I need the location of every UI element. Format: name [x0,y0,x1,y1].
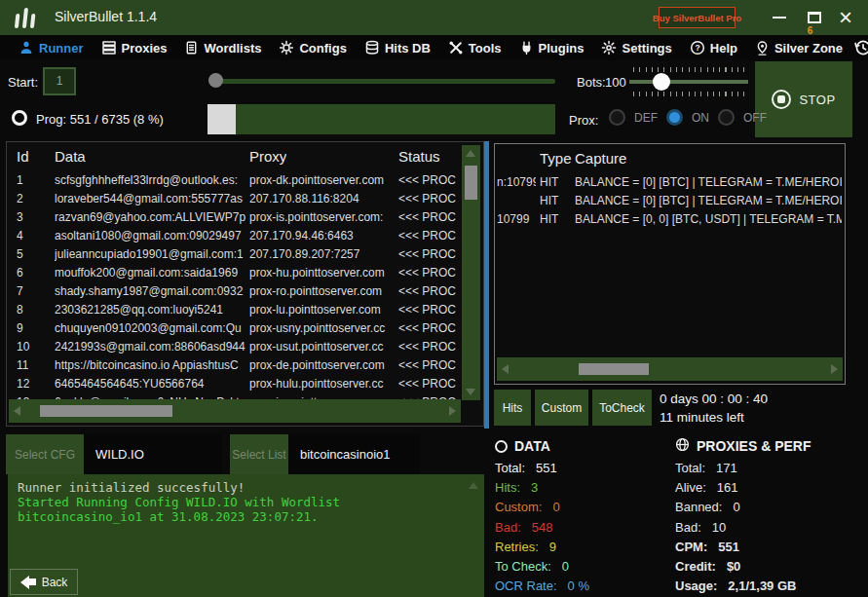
stat-row: Alive:161 [675,477,866,497]
history-icon[interactable] [851,38,868,57]
table-row[interactable]: 9chuquyen09102003@gmail.com:Quprox-usny.… [7,319,463,338]
stat-label: Alive: [675,480,706,495]
back-label: Back [42,576,68,589]
menu-item-tools[interactable]: Tools [439,35,510,60]
stat-label: Bad: [675,520,701,535]
select-cfg-button[interactable]: Select CFG [6,434,84,474]
cell-proxy: 207.170.88.116:8204 [249,192,396,205]
scrollbar-thumb[interactable] [579,363,649,375]
close-button[interactable]: × [832,4,859,31]
hits-horizontal-scrollbar[interactable] [497,357,843,381]
select-list-button[interactable]: Select List [230,434,288,474]
data-stat-rows: Total:551Hits:3Custom:0Bad:548Retries:9T… [495,458,672,596]
minimize-button[interactable] [766,4,793,31]
scroll-up-icon[interactable] [466,150,475,157]
menu-item-hits-db[interactable]: Hits DB [356,35,439,60]
cell-capture: BALANCE = [0] [BTC] | TELEGRAM = T.ME/HE… [575,175,842,189]
cell-id: 9 [17,321,50,335]
column-header-type[interactable]: Type [540,150,572,167]
maximize-button[interactable] [801,4,828,31]
scroll-down-icon[interactable] [466,389,475,395]
tab-custom[interactable]: Custom [535,390,588,426]
cell-status: <<< PROC [398,266,461,280]
menu-item-label: Plugins [539,41,585,56]
scrollbar-thumb[interactable] [40,405,172,417]
cell-proxy: prox-usny.pointtoserver.cc [249,321,396,335]
menu-item-settings[interactable]: Settings [592,35,680,60]
timer-elapsed: 0 days 00 : 00 : 40 [660,392,768,406]
menu-item-proxies[interactable]: Proxies [93,35,176,60]
column-header-status[interactable]: Status [398,148,440,165]
results-horizontal-scrollbar[interactable] [9,399,461,423]
cell-data: loraveber544@gmail.com:555777as [55,192,246,205]
data-icon [495,440,508,453]
table-row[interactable]: 7shady.shamy1987@gmail.com:0932prox-ro.p… [7,282,463,301]
column-header-capture[interactable]: Capture [575,150,626,167]
scrollbar-thumb[interactable] [465,166,477,200]
cell-data: scfsgfghhheffel33lrrdg@outlook.es: [55,173,246,187]
table-row[interactable]: 10799HITBALANCE = [0, 0] [BTC, USDT] | T… [495,210,844,229]
stat-label: OCR Rate: [495,578,557,593]
table-row[interactable]: 11https://bitcoincasino.io AppiashtusCpr… [7,356,463,375]
table-row[interactable]: HITBALANCE = [0] [BTC] | TELEGRAM = T.ME… [495,192,844,210]
menu-item-help[interactable]: ?Help [681,35,746,60]
scroll-left-icon[interactable] [14,406,20,416]
menu-item-runner[interactable]: Runner [10,35,93,60]
column-header-id[interactable]: Id [17,148,29,165]
column-header-proxy[interactable]: Proxy [249,148,286,165]
table-row[interactable]: n:10799HITBALANCE = [0] [BTC] | TELEGRAM… [495,173,844,192]
results-vertical-scrollbar[interactable] [462,145,480,400]
table-row[interactable]: 1scfsgfghhheffel33lrrdg@outlook.es:prox-… [7,171,463,190]
notification-badge: 6 [808,25,813,36]
bots-slider[interactable] [629,67,748,96]
scroll-left-icon[interactable] [502,364,509,374]
maximize-icon [808,12,821,23]
table-row[interactable]: 82303621285@qq.com:luoyi5241prox-lu.poin… [7,301,463,319]
table-row[interactable]: 102421993s@gmail.com:88606asd944prox-usu… [7,338,463,356]
tab-hits[interactable]: Hits [494,390,531,426]
back-button[interactable]: Back [10,569,78,595]
stat-row: Retries:9 [495,537,672,556]
list-value-input[interactable]: bitcoincasinoio1 [288,434,420,474]
stop-button[interactable]: STOP [755,61,852,137]
stat-value: 171 [716,461,737,475]
wordlists-icon [184,40,199,56]
scroll-up-icon[interactable] [469,482,478,489]
menu-item-label: Tools [469,41,502,56]
table-row[interactable]: 3razvan69@yahoo.com:ALLVIEWP7pprox-is.po… [7,208,463,227]
table-row[interactable]: 5julieanncupiado19901@gmail.com:1207.170… [7,245,463,264]
start-slider-thumb[interactable] [208,73,223,88]
scroll-right-icon[interactable] [831,364,838,374]
prox-radio-def[interactable] [609,109,625,126]
progress-text: Prog: 551 / 6735 (8 %) [36,112,164,127]
start-label: Start: [8,75,38,90]
menu-item-label: Proxies [122,41,168,56]
stat-label: Credit: [675,559,716,574]
table-row[interactable]: 126465464564645:YU6566764prox-hulu.point… [7,375,463,393]
prox-radio-label: ON [692,111,709,125]
cell-data: asoltani1080@gmail.com:09029497 [55,229,246,243]
prox-radio-off[interactable] [718,109,735,126]
stop-label: STOP [799,93,835,107]
cell-id: 4 [17,229,50,243]
start-input[interactable]: 1 [43,67,76,95]
column-header-data[interactable]: Data [55,148,86,165]
start-slider[interactable] [208,73,555,89]
cell-data: razvan69@yahoo.com:ALLVIEWP7p [55,210,246,224]
table-row[interactable]: 2loraveber544@gmail.com:555777as207.170.… [7,190,463,208]
menu-item-configs[interactable]: Configs [270,35,355,60]
menu-item-plugins[interactable]: Plugins [510,35,593,60]
panel-splitter[interactable] [484,141,489,429]
cfg-value-input[interactable]: WILD.IO [84,434,222,474]
tab-tocheck[interactable]: ToCheck [592,390,652,426]
menu-item-wordlists[interactable]: Wordlists [175,35,270,60]
table-row[interactable]: 4asoltani1080@gmail.com:09029497207.170.… [7,227,463,245]
bots-slider-thumb[interactable] [653,73,670,91]
table-row[interactable]: 6mouffok200@gmail.com:saida1969prox-hu.p… [7,264,463,282]
menu-item-silver-zone[interactable]: Silver Zone6 [746,35,851,60]
prox-radio-on[interactable] [666,109,683,126]
cell-data: chuquyen09102003@gmail.com:Qu [55,321,246,335]
buy-pro-button[interactable]: Buy SilverBullet Pro [659,7,736,28]
cell-capture: BALANCE = [0] [BTC] | TELEGRAM = T.ME/HE… [575,194,842,207]
scroll-right-icon[interactable] [449,406,456,416]
